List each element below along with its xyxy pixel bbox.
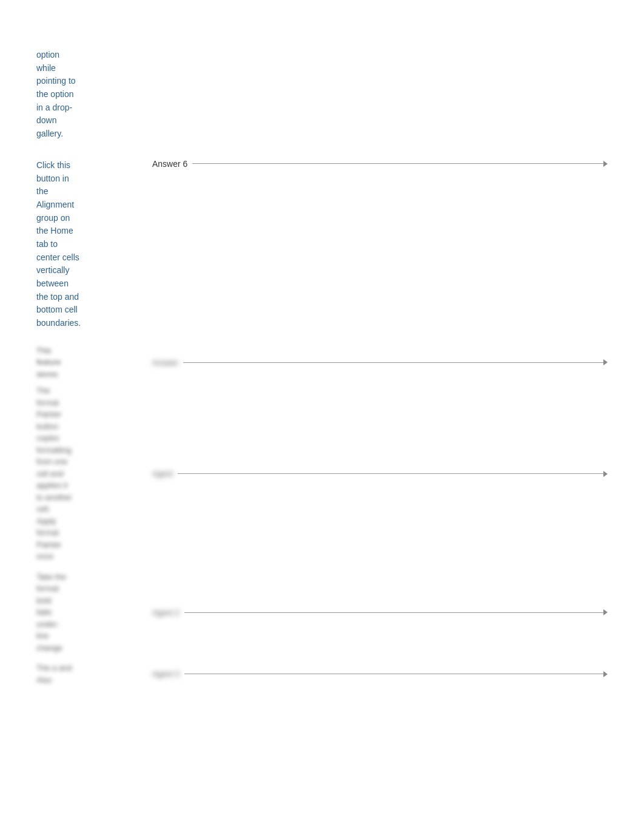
answer-7b-label: Agent (152, 469, 173, 478)
question-7-block: This feature stores Answer The format Pa… (36, 345, 608, 686)
question-7-text: This feature stores (36, 345, 143, 380)
question-7d-text: The a and Also (36, 662, 143, 686)
answer-7-main-arrow (603, 359, 608, 365)
question-7-main-row: This feature stores Answer (36, 345, 608, 380)
answer-7-main-track (183, 362, 604, 363)
answer-7c-label: Agent 2 (152, 608, 179, 617)
answer-7c-arrow (603, 609, 608, 615)
answer-7b-arrow (603, 471, 608, 477)
question-7d-row: The a and Also Agent 3 (36, 662, 608, 686)
question-7c-answer[interactable]: Agent 2 (152, 608, 608, 617)
answer-6-label: Answer 6 (152, 159, 187, 169)
answer-7b-line[interactable] (178, 471, 608, 477)
question-7b-row: The format Painter button copies formatt… (36, 385, 608, 563)
question-7b-answer[interactable]: Agent (152, 469, 608, 478)
question-7-main-answer[interactable]: Answer (152, 358, 608, 367)
question-6-text: Click this button in the Alignment group… (36, 159, 143, 330)
question-7c-text: Take the format bold italic under- line … (36, 571, 143, 654)
answer-7-label: Answer (152, 358, 178, 367)
answer-6-arrow (603, 161, 608, 167)
answer-7d-arrow (603, 671, 608, 677)
answer-7-main-line[interactable] (183, 359, 608, 365)
answer-7c-track (184, 612, 604, 613)
top-question-text: option while pointing to the option in a… (36, 49, 143, 141)
answer-6-track (192, 163, 604, 164)
question-7d-answer[interactable]: Agent 3 (152, 669, 608, 678)
answer-7d-line[interactable] (184, 671, 608, 677)
top-section: option while pointing to the option in a… (36, 49, 608, 141)
question-7c-row: Take the format bold italic under- line … (36, 571, 608, 654)
answer-7d-label: Agent 3 (152, 669, 179, 678)
page-container: option while pointing to the option in a… (0, 0, 644, 739)
answer-7c-line[interactable] (184, 609, 608, 615)
answer-6-line[interactable] (192, 161, 608, 167)
answer-7b-track (178, 473, 604, 474)
question-7b-text: The format Painter button copies formatt… (36, 385, 143, 563)
question-6-block: Click this button in the Alignment group… (36, 159, 608, 330)
question-6-answer-row[interactable]: Answer 6 (152, 159, 608, 169)
sub-questions-container: The format Painter button copies formatt… (36, 380, 608, 686)
answer-7d-track (184, 674, 604, 674)
